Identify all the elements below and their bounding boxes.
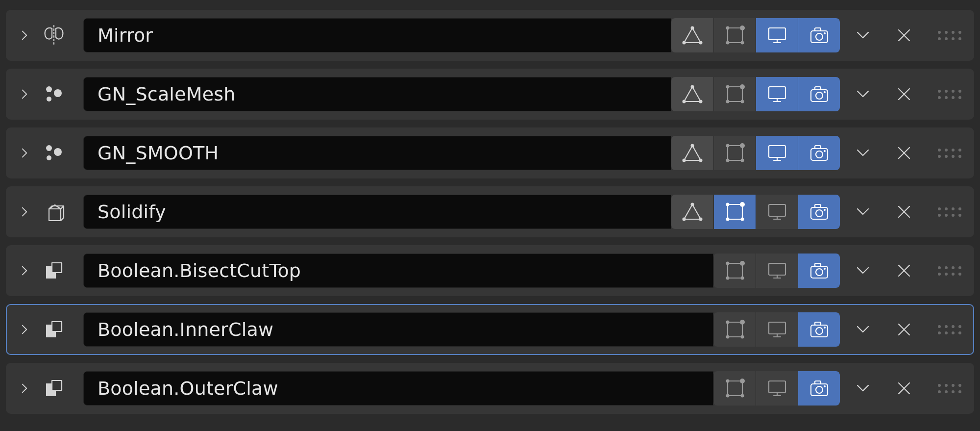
drag-handle-icon[interactable]: [935, 77, 964, 111]
show-in-render-toggle[interactable]: [798, 136, 840, 170]
delete-modifier-button[interactable]: [885, 77, 923, 111]
boolean-icon[interactable]: [39, 315, 69, 344]
modifier-name-field[interactable]: Solidify: [83, 195, 671, 229]
display-toggle-group: [671, 136, 840, 170]
modifier-row[interactable]: Boolean.BisectCutTop: [6, 245, 974, 296]
delete-modifier-button[interactable]: [885, 18, 923, 52]
show-in-viewport-toggle[interactable]: [756, 254, 798, 288]
show-in-viewport-toggle[interactable]: [756, 312, 798, 347]
drag-handle-icon[interactable]: [935, 312, 964, 347]
display-toggle-group: [713, 312, 840, 347]
show-in-edit-mode-toggle[interactable]: [713, 312, 756, 347]
disclosure-chevron-icon[interactable]: [14, 201, 35, 223]
display-toggle-group: [671, 195, 840, 229]
modifier-row[interactable]: Boolean.OuterClaw: [6, 363, 974, 414]
modifier-name-field[interactable]: Boolean.BisectCutTop: [83, 254, 713, 288]
modifier-extras-dropdown[interactable]: [844, 77, 882, 111]
show-in-render-toggle[interactable]: [798, 18, 840, 52]
disclosure-chevron-icon[interactable]: [14, 25, 35, 46]
show-in-viewport-toggle[interactable]: [756, 18, 798, 52]
show-in-edit-mode-toggle[interactable]: [713, 254, 756, 288]
show-in-edit-mode-toggle[interactable]: [713, 371, 756, 406]
drag-handle-icon[interactable]: [935, 136, 964, 170]
show-in-render-toggle[interactable]: [798, 254, 840, 288]
solidify-icon[interactable]: [39, 197, 69, 227]
show-in-edit-mode-toggle[interactable]: [713, 195, 756, 229]
modifier-name-field[interactable]: Boolean.OuterClaw: [83, 371, 713, 406]
modifier-extras-dropdown[interactable]: [844, 312, 882, 347]
modifier-stack: MirrorGN_ScaleMeshGN_SMOOTHSolidifyBoole…: [0, 0, 980, 424]
show-on-cage-toggle[interactable]: [671, 195, 713, 229]
show-in-edit-mode-toggle[interactable]: [713, 77, 756, 111]
display-toggle-group: [713, 371, 840, 406]
modifier-row[interactable]: Mirror: [6, 10, 974, 61]
mirror-icon[interactable]: [39, 21, 69, 50]
show-in-viewport-toggle[interactable]: [756, 371, 798, 406]
show-on-cage-toggle[interactable]: [671, 77, 713, 111]
disclosure-chevron-icon[interactable]: [14, 378, 35, 399]
boolean-icon[interactable]: [39, 374, 69, 403]
boolean-icon[interactable]: [39, 256, 69, 285]
delete-modifier-button[interactable]: [885, 254, 923, 288]
show-in-viewport-toggle[interactable]: [756, 136, 798, 170]
display-toggle-group: [671, 77, 840, 111]
show-in-viewport-toggle[interactable]: [756, 77, 798, 111]
show-in-render-toggle[interactable]: [798, 312, 840, 347]
drag-handle-icon[interactable]: [935, 254, 964, 288]
modifier-name-field[interactable]: GN_ScaleMesh: [83, 77, 671, 111]
delete-modifier-button[interactable]: [885, 312, 923, 347]
modifier-name-field[interactable]: GN_SMOOTH: [83, 136, 671, 170]
modifier-name-field[interactable]: Boolean.InnerClaw: [83, 312, 713, 347]
show-on-cage-toggle[interactable]: [671, 18, 713, 52]
geometry-nodes-icon[interactable]: [39, 138, 69, 168]
modifier-extras-dropdown[interactable]: [844, 254, 882, 288]
delete-modifier-button[interactable]: [885, 371, 923, 406]
delete-modifier-button[interactable]: [885, 136, 923, 170]
disclosure-chevron-icon[interactable]: [14, 142, 35, 164]
show-in-render-toggle[interactable]: [798, 195, 840, 229]
modifier-name-field[interactable]: Mirror: [83, 18, 671, 52]
modifier-row[interactable]: Solidify: [6, 186, 974, 237]
display-toggle-group: [713, 254, 840, 288]
modifier-extras-dropdown[interactable]: [844, 195, 882, 229]
delete-modifier-button[interactable]: [885, 195, 923, 229]
modifier-row[interactable]: GN_SMOOTH: [6, 127, 974, 178]
modifier-extras-dropdown[interactable]: [844, 371, 882, 406]
disclosure-chevron-icon[interactable]: [14, 319, 35, 340]
show-on-cage-toggle[interactable]: [671, 136, 713, 170]
geometry-nodes-icon[interactable]: [39, 79, 69, 109]
display-toggle-group: [671, 18, 840, 52]
modifier-row[interactable]: GN_ScaleMesh: [6, 69, 974, 120]
modifier-extras-dropdown[interactable]: [844, 136, 882, 170]
drag-handle-icon[interactable]: [935, 371, 964, 406]
show-in-viewport-toggle[interactable]: [756, 195, 798, 229]
drag-handle-icon[interactable]: [935, 18, 964, 52]
show-in-render-toggle[interactable]: [798, 371, 840, 406]
show-in-edit-mode-toggle[interactable]: [713, 18, 756, 52]
show-in-render-toggle[interactable]: [798, 77, 840, 111]
show-in-edit-mode-toggle[interactable]: [713, 136, 756, 170]
modifier-row[interactable]: Boolean.InnerClaw: [6, 304, 974, 355]
disclosure-chevron-icon[interactable]: [14, 83, 35, 105]
drag-handle-icon[interactable]: [935, 195, 964, 229]
disclosure-chevron-icon[interactable]: [14, 260, 35, 281]
modifier-extras-dropdown[interactable]: [844, 18, 882, 52]
